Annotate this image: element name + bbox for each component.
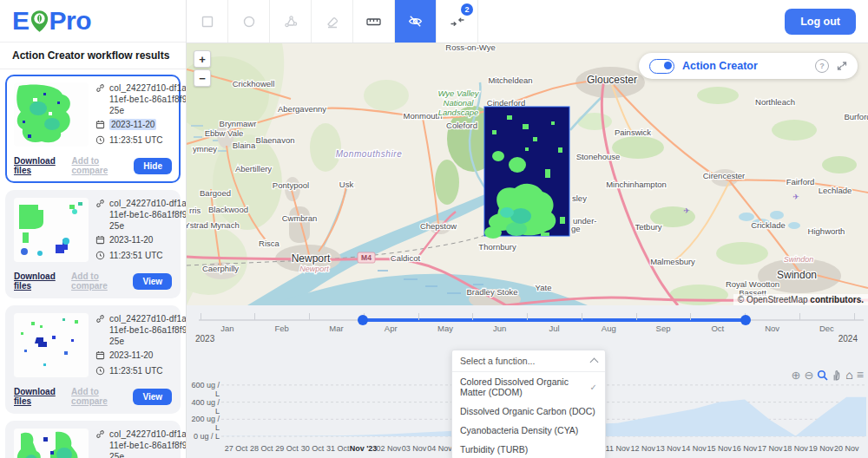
eraser-button[interactable] — [312, 0, 353, 43]
map-label: Brynmawr — [220, 119, 257, 128]
result-card[interactable]: col_24227d10-df1a-11ef-be1c-86a1f8f9b25e… — [5, 190, 181, 298]
logo-text-right: Pro — [49, 6, 92, 36]
hide-results-icon — [407, 13, 424, 29]
timeline-handle-start[interactable] — [358, 315, 368, 325]
map-label: ✈ — [792, 193, 799, 201]
timeline-month-label: Jun — [493, 324, 506, 333]
expand-icon[interactable] — [837, 61, 847, 71]
timeline-tick — [201, 313, 201, 320]
action-creator-panel: Action Creator ? — [639, 53, 858, 79]
timeline-tick — [309, 313, 310, 320]
action-creator-toggle[interactable] — [649, 59, 674, 74]
chevron-up-icon — [590, 358, 599, 367]
map-attribution[interactable]: © OpenStreetMap contributors. — [733, 294, 868, 305]
raster-overlay — [484, 107, 569, 239]
timeline-handle-end[interactable] — [740, 315, 751, 325]
function-option[interactable]: Cyanobacteria Density (CYA) — [452, 421, 605, 440]
check-icon: ✓ — [590, 383, 597, 392]
function-option-label: Dissolved Organic Carbon (DOC) — [460, 406, 595, 416]
download-files-link[interactable]: Download files — [14, 272, 71, 291]
result-card[interactable]: col_24227d10-df1a-11ef-be1c-86a1f8f9b25e… — [5, 75, 181, 183]
chart-x-tick-label: 04 Nov — [427, 444, 452, 453]
timeline-year-left: 2023 — [195, 334, 214, 344]
clock-icon — [95, 250, 106, 263]
download-files-link[interactable]: Download files — [14, 387, 71, 406]
view-result-button[interactable]: View — [133, 273, 172, 290]
result-thumbnail — [14, 313, 89, 377]
result-card[interactable]: col_24227d10-df1a-11ef-be1c-86a1f8f9b25e… — [5, 305, 181, 414]
add-to-compare-link[interactable]: Add to compare — [71, 387, 133, 406]
download-files-link[interactable]: Download files — [14, 156, 72, 175]
calendar-icon — [95, 234, 106, 247]
view-result-button[interactable]: View — [133, 389, 172, 405]
page: { "app": {"logo_left": "E", "logo_right"… — [0, 0, 868, 458]
map-label: Blaenavon — [256, 135, 295, 145]
map-label: Caerphilly — [202, 264, 239, 273]
map-label: Malmesbury — [650, 257, 695, 266]
function-option[interactable]: Turbidity (TURB) — [452, 440, 605, 458]
add-to-compare-link[interactable]: Add to compare — [71, 272, 133, 291]
home-icon[interactable]: ⌂ — [845, 369, 852, 381]
pan-icon[interactable] — [832, 370, 842, 381]
function-option-label: Turbidity (TURB) — [460, 444, 528, 455]
measure-distance-icon — [365, 14, 382, 29]
map-label: ✈ — [683, 206, 690, 215]
add-to-compare-link[interactable]: Add to compare — [72, 156, 135, 175]
function-option[interactable]: Dissolved Organic Carbon (DOC) — [452, 402, 605, 421]
function-dropdown-header[interactable]: Select a function... — [452, 350, 605, 372]
hide-result-button[interactable]: Hide — [134, 158, 172, 174]
map-label: Cwmbran — [282, 213, 318, 223]
map-label: Cricklade — [751, 220, 786, 230]
zoom-out-button[interactable]: − — [194, 69, 211, 87]
top-toolbar: 2 Log out — [187, 0, 868, 43]
map-label: ge — [571, 224, 581, 233]
zoom-out-icon[interactable]: ⊖ — [804, 370, 813, 381]
chart-x-tick-label: 28 Oct — [250, 444, 273, 453]
chart-x-tick-label: 02 Nov — [377, 444, 402, 453]
compare-results-button[interactable]: 2 — [437, 0, 478, 43]
timeline-month-label: Apr — [385, 324, 398, 333]
menu-icon[interactable]: ≡ — [857, 369, 864, 381]
result-time: 11:23:51 UTC — [109, 250, 163, 261]
logout-button[interactable]: Log out — [785, 9, 856, 35]
map-label: Abergavenny — [278, 104, 326, 114]
rectangle-select-icon — [200, 14, 215, 29]
map-label: sley — [572, 193, 587, 203]
map-label: Bargoed — [200, 188, 231, 198]
timeline-month-label: Oct — [711, 324, 724, 333]
polygon-select-button[interactable] — [270, 0, 312, 43]
circle-select-icon — [241, 14, 257, 29]
zoom-in-button[interactable]: + — [194, 50, 211, 68]
result-time: 11:23:51 UTC — [109, 134, 163, 146]
rectangle-select-button[interactable] — [187, 0, 228, 43]
result-card[interactable]: col_24227d10-df1a-11ef-be1c-86a1f8f9b25e… — [5, 421, 181, 458]
map-label: Yate — [536, 283, 552, 292]
workflow-id-icon — [95, 198, 106, 211]
chart-x-tick-label: 20 Nov — [834, 444, 859, 453]
chart-x-tick-label: 13 Nov — [656, 444, 681, 453]
help-icon[interactable]: ? — [815, 59, 829, 73]
chart-x-tick-label: 18 Nov — [783, 444, 808, 453]
map-label: Pontypool — [273, 180, 309, 190]
measure-distance-button[interactable] — [353, 0, 395, 43]
zoom-in-icon[interactable]: ⊕ — [792, 370, 801, 381]
result-id: col_24227d10-df1a-11ef-be1c-86a1f8f9b25e — [109, 198, 186, 232]
chart-x-tick-label: 03 Nov — [402, 444, 427, 453]
timeline-selected-range[interactable] — [363, 318, 746, 322]
chart-x-tick-label: 15 Nov — [707, 444, 732, 453]
map-zoom-controls: + − — [194, 50, 211, 87]
timeline-tick — [582, 313, 582, 320]
map-canvas[interactable]: Ross-on-WyeCrickhowellAbergavennyBrynmaw… — [187, 43, 868, 305]
circle-select-button[interactable] — [228, 0, 270, 43]
function-dropdown-options: Colored Dissolved Organic Matter (CDOM)✓… — [452, 372, 605, 458]
calendar-icon — [95, 350, 106, 363]
map-label: Bradley Stoke — [466, 287, 517, 297]
map-label: Cirencester — [703, 171, 746, 180]
result-date: 2023-11-20 — [109, 119, 156, 130]
box-zoom-icon[interactable] — [817, 370, 828, 381]
timeline-month-label: Aug — [602, 324, 616, 333]
map-label: Blackwood — [208, 205, 248, 214]
map-label: Coleford — [446, 121, 477, 130]
hide-results-button[interactable] — [395, 0, 437, 43]
function-option[interactable]: Colored Dissolved Organic Matter (CDOM)✓ — [452, 372, 605, 402]
